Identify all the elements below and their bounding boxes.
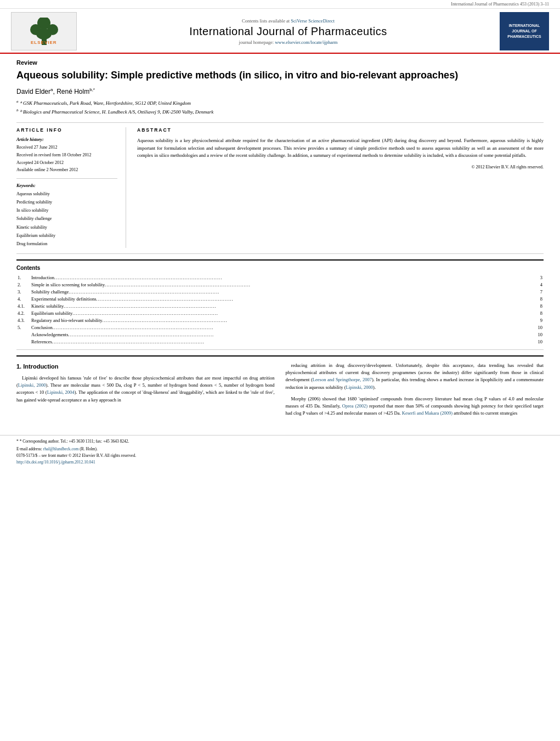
footer-doi-link[interactable]: http://dx.doi.org/10.1016/j.ijpharm.2012… [16,460,95,465]
toc-page-ack: 10 [533,331,544,338]
kw-5: Kinetic solubility [16,223,117,231]
toc-item-1: 1. Introduction.........................… [16,274,544,281]
toc-page-ref: 10 [533,338,544,345]
sciverse-line: Contents lists available at SciVerse Sci… [82,18,494,24]
journal-homepage: journal homepage: www.elsevier.com/locat… [82,39,494,45]
author-elder: David Eldera [16,88,53,95]
body-para-3: Morphy (2006) showed that 1680 'optimise… [286,395,544,417]
toc-num-ack [16,331,30,338]
toc-page-43: 9 [533,316,544,324]
footer-corresponding: * * Corresponding author. Tel.: +45 3630… [16,439,544,444]
sciverse-link-text: SciVerse ScienceDirect [291,18,335,24]
toc-num-5: 5. [16,324,30,331]
footer-email-line: E-mail address: rhal@hlundbeck.com (R. H… [16,446,544,452]
kw-3: In silico solubility [16,206,117,214]
article-meta-section: ARTICLE INFO Article history: Received 2… [16,127,544,248]
kw-4: Solubility challenge [16,214,117,223]
toc-label-3: Solubility challenge....................… [30,288,533,295]
toc-item-ack: Acknowledgements........................… [16,331,544,338]
ref-lipinski-2000-1[interactable]: Lipinski, 2000 [18,382,46,388]
section-1-heading: 1. Introduction [16,362,275,371]
abstract-text: Aqueous solubility is a key physicochemi… [137,137,544,159]
toc-label-ref: References..............................… [30,338,533,345]
history-accepted: Accepted 24 October 2012 [16,159,117,167]
body-columns: 1. Introduction Lipinski developed his f… [16,362,544,421]
ref-oprea-2002[interactable]: Oprea (2002) [342,403,367,409]
ref-lipinski-2004[interactable]: Lipinski, 2004 [47,389,75,395]
toc-item-3: 3. Solubility challenge.................… [16,288,544,295]
footer-corr-text: Tel.: +45 3630 1311; fax: +45 3643 8242. [60,439,129,444]
journal-cover-logo: INTERNATIONAL JOURNAL OF PHARMACEUTICS [500,12,549,50]
ref-leeson-2007[interactable]: Leeson and Springthorpe, 2007 [313,377,372,382]
toc-num-1: 1. [16,274,30,281]
journal-header-center: Contents lists available at SciVerse Sci… [77,18,500,45]
toc-num-4: 4. [16,295,30,302]
toc-num-2: 2. [16,281,30,288]
toc-item-ref: References..............................… [16,338,544,345]
history-online: Available online 2 November 2012 [16,166,117,174]
elsevier-tree-icon: ELSEVIER [29,18,59,45]
body-para-1: Lipinski developed his famous 'rule of f… [16,375,275,404]
affiliations: a ᵃ GSK Pharmaceuticals, Park Road, Ware… [16,99,544,116]
page: International Journal of Pharmaceutics 4… [0,0,560,741]
svg-text:ELSEVIER: ELSEVIER [31,40,57,45]
toc-item-42: 4.2. Equilibrium solubility.............… [16,309,544,316]
toc-item-43: 4.3. Regulatory and bio-relevant solubil… [16,316,544,324]
contents-section: Contents 1. Introduction................… [16,259,544,350]
toc-item-4: 4. Experimental solubility definitions..… [16,295,544,302]
toc-page-2: 4 [533,281,544,288]
footer-email-label: E-mail address: [16,446,42,451]
history-revised: Received in revised form 18 October 2012 [16,151,117,159]
ref-lipinski-2000-2[interactable]: Lipinski, 2000 [346,384,374,390]
body-section: 1. Introduction Lipinski developed his f… [16,355,544,421]
article-title: Aqueous solubility: Simple predictive me… [16,69,544,82]
abstract-label: ABSTRACT [137,127,544,133]
divider-1 [16,122,544,123]
article-info-col: ARTICLE INFO Article history: Received 2… [16,127,126,248]
kw-2: Predicting solubility [16,198,117,206]
toc-page-5: 10 [533,324,544,331]
toc-item-2: 2. Simple in silico screening for solubi… [16,281,544,288]
toc-num-3: 3. [16,288,30,295]
divider-2 [16,253,544,254]
toc-page-3: 7 [533,288,544,295]
footer-issn-text: 0378-5173/$ – see front matter © 2012 El… [16,453,136,458]
journal-title: International Journal of Pharmaceutics [82,25,494,38]
journal-cover-text: INTERNATIONAL JOURNAL OF PHARMACEUTICS [502,23,547,39]
author-holm: René Holmb,* [56,88,95,95]
body-para-2: reducing attrition in drug discovery/dev… [286,362,544,391]
homepage-link[interactable]: www.elsevier.com/locate/ijpharm [275,39,337,45]
toc-num-ref [16,338,30,345]
toc-label-41: Kinetic solubility......................… [30,302,533,309]
toc-item-41: 4.1. Kinetic solubility.................… [16,302,544,309]
divider-kw [16,178,117,179]
toc-label-42: Equilibrium solubility..................… [30,309,533,316]
body-col-1: 1. Introduction Lipinski developed his f… [16,362,275,421]
footer-corr-label: * Corresponding author. [20,439,60,444]
footer-star: * [16,439,19,444]
footer-issn: 0378-5173/$ – see front matter © 2012 El… [16,452,544,459]
svg-point-4 [36,29,52,39]
homepage-text: journal homepage: [239,39,274,45]
affiliation-b: b ᵇ Biologics and Pharmaceutical Science… [16,108,544,116]
toc-page-1: 3 [533,274,544,281]
toc-label-ack: Acknowledgements........................… [30,331,533,338]
toc-num-41: 4.1. [16,302,30,309]
sciverse-text: Contents lists available at [242,18,290,24]
footer-email: rhal@hlundbeck.com [43,446,79,451]
article-info-label: ARTICLE INFO [16,127,117,133]
toc-label-2: Simple in silico screening for solubilit… [30,281,533,288]
journal-ref-text: International Journal of Pharmaceutics 4… [451,2,549,7]
ref-keserfi-2009[interactable]: Keserfi and Makara (2009) [402,410,452,416]
elsevier-logo: ELSEVIER [11,12,77,50]
sciverse-link[interactable]: SciVerse ScienceDirect [291,18,335,24]
toc-page-41: 8 [533,302,544,309]
kw-6: Equilibrium solubility [16,231,117,240]
footer-email-link[interactable]: rhal@hlundbeck.com [43,446,79,451]
keywords-label: Keywords: [16,183,117,188]
authors-line: David Eldera, René Holmb,* [16,87,544,95]
abstract-col: ABSTRACT Aqueous solubility is a key phy… [137,127,544,248]
kw-1: Aqueous solubility [16,190,117,198]
footer-doi-text: http://dx.doi.org/10.1016/j.ijpharm.2012… [16,460,95,465]
contents-title: Contents [16,265,544,271]
